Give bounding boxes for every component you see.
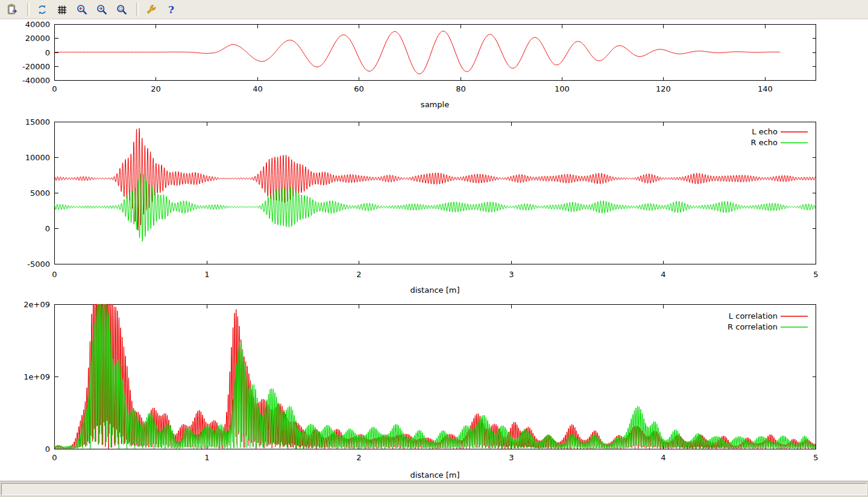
y-tick-label: 2e+09 [24, 300, 50, 309]
chart1-xlabel: sample [54, 100, 816, 109]
x-tick-label: 40 [253, 84, 263, 93]
y-tick-label: -40000 [22, 76, 50, 85]
zoom-next-icon [96, 4, 108, 16]
legend-label-l-echo: L echo [752, 127, 778, 136]
plot-area-chart1[interactable] [55, 25, 816, 81]
zoom-next-button[interactable] [93, 1, 111, 18]
x-tick-label: 100 [555, 84, 570, 93]
config-wrench-icon [145, 4, 157, 16]
x-tick-label: 140 [758, 84, 773, 93]
y-tick-label: -20000 [22, 62, 50, 71]
replot-button[interactable] [33, 1, 51, 18]
autoscale-icon [116, 4, 128, 16]
x-tick-label: 20 [151, 84, 161, 93]
y-tick-label: 40000 [25, 20, 50, 29]
x-tick-label: 60 [354, 84, 364, 93]
y-tick-label: 1e+09 [24, 372, 50, 381]
toggle-grid-button[interactable] [53, 1, 71, 18]
zoom-previous-button[interactable] [73, 1, 91, 18]
x-tick-label: 4 [661, 453, 665, 462]
y-tick-label: 15000 [25, 117, 50, 127]
x-tick-label: 2 [356, 270, 361, 279]
x-tick-label: 120 [656, 84, 671, 93]
chart2-xlabel: distance [m] [54, 286, 816, 295]
x-tick-label: 1 [204, 270, 209, 279]
legend-label-r-correlation: R correlation [728, 322, 778, 331]
zoom-previous-icon [76, 4, 88, 16]
copy-clipboard-button[interactable] [4, 1, 22, 18]
x-tick-label: 5 [813, 270, 818, 279]
legend-label-l-correlation: L correlation [729, 311, 778, 320]
x-tick-label: 3 [509, 270, 514, 279]
y-tick-label: 20000 [25, 34, 50, 43]
y-tick-label: -5000 [27, 260, 50, 269]
x-tick-label: 2 [356, 453, 361, 462]
x-tick-label: 4 [661, 270, 665, 279]
chart3-xlabel: distance [m] [54, 470, 816, 480]
y-tick-label: 0 [45, 224, 50, 233]
status-bar [0, 481, 868, 497]
legend-label-r-echo: R echo [750, 138, 778, 147]
plot-canvas[interactable]: 020406080100120140-40000-200000200004000… [0, 20, 868, 481]
toolbar-separator [136, 3, 139, 16]
x-tick-label: 0 [52, 84, 57, 93]
x-tick-label: 0 [52, 453, 57, 462]
y-tick-label: 5000 [30, 189, 50, 198]
svg-text:?: ? [168, 4, 174, 16]
x-tick-label: 5 [813, 453, 818, 462]
series-line-chart1-series1 [54, 31, 780, 74]
series-line-l-echo [54, 128, 816, 230]
copy-to-clipboard-icon [7, 4, 19, 16]
x-tick-label: 3 [509, 453, 514, 462]
plot-area-chart2[interactable] [55, 122, 816, 264]
x-tick-label: 80 [456, 84, 466, 93]
y-tick-label: 0 [45, 48, 50, 57]
grid-icon [56, 4, 68, 16]
x-tick-label: 1 [204, 453, 209, 462]
y-tick-label: 10000 [25, 153, 50, 162]
series-line-l-correlation [54, 304, 816, 449]
toolbar-separator [27, 3, 30, 16]
help-icon: ? [165, 4, 177, 16]
autoscale-button[interactable] [113, 1, 131, 18]
help-button[interactable]: ? [162, 1, 180, 18]
config-button[interactable] [142, 1, 160, 18]
status-text [1, 483, 867, 495]
plot-surface: 020406080100120140-40000-200000200004000… [0, 20, 868, 481]
y-tick-label: 0 [45, 445, 50, 454]
replot-icon [36, 4, 48, 16]
x-tick-label: 0 [52, 270, 57, 279]
toolbar: ? [0, 0, 868, 19]
